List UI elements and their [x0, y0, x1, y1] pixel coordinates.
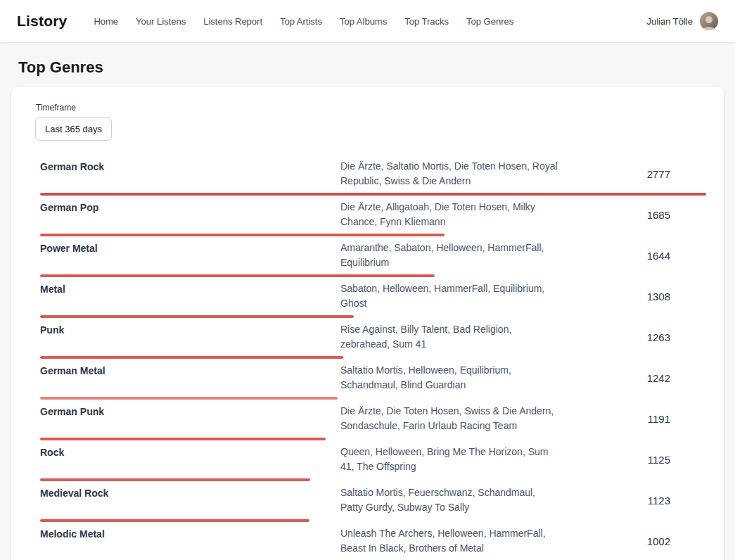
- genre-name: Medieval Rock: [40, 485, 340, 499]
- genre-name: German Pop: [40, 200, 340, 213]
- timeframe-label: Timeframe: [36, 103, 706, 113]
- nav-item-top-artists[interactable]: Top Artists: [280, 16, 322, 27]
- genre-count: 1263: [560, 331, 706, 343]
- genre-row: Medieval Rock Saltatio Mortis, Feuerschw…: [40, 481, 706, 522]
- navbar: Listory Home Your Listens Listens Report…: [0, 0, 735, 42]
- genre-row: Rock Queen, Helloween, Bring Me The Hori…: [40, 440, 706, 481]
- genre-row: German Punk Die Ärzte, Die Toten Hosen, …: [40, 400, 706, 440]
- genre-artists: Amaranthe, Sabaton, Helloween, HammerFal…: [340, 241, 560, 270]
- genre-name: Punk: [40, 322, 340, 336]
- genre-name: German Rock: [40, 159, 340, 172]
- genre-artists: Saltatio Mortis, Feuerschwanz, Schandmau…: [340, 485, 560, 515]
- genre-name: German Punk: [40, 404, 340, 417]
- genre-name: Power Metal: [40, 241, 340, 254]
- genre-table: German Rock Die Ärzte, Saltatio Mortis, …: [40, 155, 706, 560]
- genre-artists: Unleash The Archers, Helloween, HammerFa…: [340, 526, 560, 556]
- genre-row: Metal Sabaton, Helloween, HammerFall, Eq…: [40, 277, 706, 318]
- genre-artists: Die Ärzte, Die Toten Hosen, Swiss & Die …: [340, 404, 560, 433]
- user-menu[interactable]: Julian Tölle: [646, 12, 718, 30]
- genre-count: 1002: [560, 535, 706, 547]
- nav-item-listens-report[interactable]: Listens Report: [203, 16, 262, 27]
- genre-name: German Metal: [40, 363, 340, 376]
- nav-item-your-listens[interactable]: Your Listens: [136, 16, 186, 27]
- genre-count: 1191: [560, 413, 706, 425]
- nav-item-top-albums[interactable]: Top Albums: [340, 16, 387, 27]
- nav-item-top-genres[interactable]: Top Genres: [466, 16, 513, 27]
- user-avatar: [700, 12, 718, 30]
- genre-count: 2777: [560, 168, 706, 180]
- genre-row: German Pop Die Ärzte, Alligatoah, Die To…: [40, 196, 706, 236]
- genre-row: Punk Rise Against, Billy Talent, Bad Rel…: [40, 318, 706, 359]
- genre-name: Rock: [40, 445, 340, 458]
- genre-row: Power Metal Amaranthe, Sabaton, Hellowee…: [40, 236, 706, 277]
- genre-row: German Metal Saltatio Mortis, Helloween,…: [40, 359, 706, 400]
- genre-count: 1123: [560, 495, 706, 507]
- nav-item-top-tracks[interactable]: Top Tracks: [404, 16, 449, 27]
- genre-artists: Die Ärzte, Alligatoah, Die Toten Hosen, …: [340, 200, 560, 229]
- genre-name: Metal: [40, 281, 340, 295]
- genre-row: German Rock Die Ärzte, Saltatio Mortis, …: [40, 155, 706, 196]
- genre-artists: Die Ärzte, Saltatio Mortis, Die Toten Ho…: [340, 159, 560, 189]
- genre-artists: Sabaton, Helloween, HammerFall, Equilibr…: [340, 281, 560, 311]
- genre-artists: Saltatio Mortis, Helloween, Equilibrium,…: [340, 363, 560, 393]
- genre-artists: Rise Against, Billy Talent, Bad Religion…: [340, 322, 560, 352]
- genre-count: 1644: [560, 250, 706, 262]
- genre-artists: Queen, Helloween, Bring Me The Horizon, …: [340, 445, 560, 474]
- genre-count: 1308: [560, 291, 706, 303]
- timeframe-select[interactable]: Last 365 days: [35, 117, 112, 141]
- genre-count: 1685: [560, 209, 706, 221]
- person-icon: [700, 13, 718, 30]
- main-nav: Home Your Listens Listens Report Top Art…: [94, 16, 646, 27]
- genre-count: 1242: [560, 372, 706, 384]
- app-logo[interactable]: Listory: [17, 13, 67, 30]
- user-name: Julian Tölle: [646, 16, 693, 27]
- page-title: Top Genres: [18, 58, 735, 77]
- genre-row: Melodic Metal Unleash The Archers, Hello…: [40, 522, 706, 560]
- genre-count: 1125: [560, 454, 706, 466]
- top-genres-card: Timeframe Last 365 days German Rock Die …: [11, 87, 724, 560]
- genre-name: Melodic Metal: [40, 526, 340, 540]
- nav-item-home[interactable]: Home: [94, 16, 118, 27]
